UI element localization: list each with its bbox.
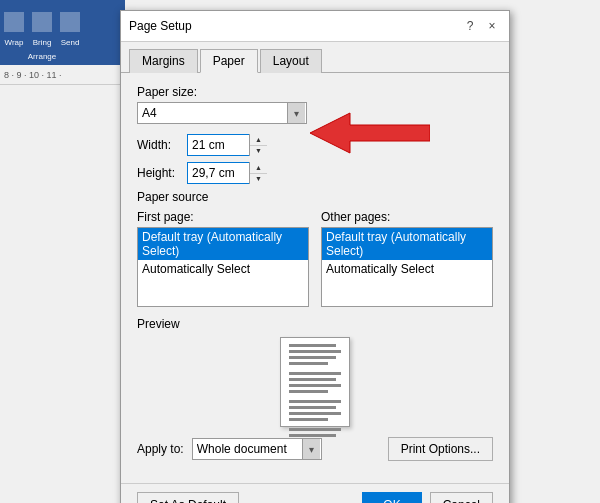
paper-size-group: Paper size: A4 Letter A3 ▾ (137, 85, 493, 124)
other-pages-listbox[interactable]: Default tray (Automatically Select) Auto… (321, 227, 493, 307)
cancel-button[interactable]: Cancel (430, 492, 493, 503)
first-page-label: First page: (137, 210, 309, 224)
bring-label: Bring (33, 38, 52, 47)
preview-line (289, 412, 341, 415)
paper-source-group: Paper source First page: Default tray (A… (137, 190, 493, 307)
apply-to-select[interactable]: Whole document This point forward (192, 438, 322, 460)
preview-line (289, 350, 341, 353)
preview-line (289, 400, 341, 403)
preview-line (289, 356, 336, 359)
footer-right: OK Cancel (362, 492, 493, 503)
ruler: 8 · 9 · 10 · 11 · (0, 65, 125, 85)
dialog-footer: Set As Default OK Cancel (121, 483, 509, 503)
height-decrement-button[interactable]: ▼ (250, 174, 267, 185)
print-options-button[interactable]: Print Options... (388, 437, 493, 461)
preview-line (289, 406, 336, 409)
preview-page (280, 337, 350, 427)
apply-to-label: Apply to: (137, 442, 184, 456)
apply-to-select-wrapper: Whole document This point forward ▾ (192, 438, 322, 460)
wrap-label: Wrap (5, 38, 24, 47)
apply-row: Apply to: Whole document This point forw… (137, 437, 493, 461)
height-increment-button[interactable]: ▲ (250, 162, 267, 174)
width-decrement-button[interactable]: ▼ (250, 146, 267, 157)
close-button[interactable]: × (483, 17, 501, 35)
width-spinner-buttons: ▲ ▼ (249, 134, 267, 156)
other-pages-group: Other pages: Default tray (Automatically… (321, 210, 493, 307)
width-label: Width: (137, 138, 187, 152)
dialog-titlebar: Page Setup ? × (121, 11, 509, 42)
dialog-title: Page Setup (129, 19, 192, 33)
preview-line (289, 344, 336, 347)
preview-line (289, 362, 328, 365)
ok-button[interactable]: OK (362, 492, 421, 503)
preview-line (289, 384, 341, 387)
width-row: Width: ▲ ▼ (137, 134, 493, 156)
tab-margins[interactable]: Margins (129, 49, 198, 73)
preview-line (289, 390, 328, 393)
tab-layout[interactable]: Layout (260, 49, 322, 73)
set-as-default-button[interactable]: Set As Default (137, 492, 239, 503)
height-row: Height: ▲ ▼ (137, 162, 493, 184)
preview-line (289, 418, 328, 421)
word-ribbon: Wrap Bring Send Arrange (0, 0, 125, 65)
first-page-group: First page: Default tray (Automatically … (137, 210, 309, 307)
paper-size-select[interactable]: A4 Letter A3 (137, 102, 307, 124)
list-item[interactable]: Automatically Select (138, 260, 308, 278)
source-row: First page: Default tray (Automatically … (137, 210, 493, 307)
list-item[interactable]: Automatically Select (322, 260, 492, 278)
height-spinner: ▲ ▼ (187, 162, 267, 184)
arrange-label: Arrange (28, 52, 56, 61)
preview-line (289, 378, 336, 381)
other-pages-label: Other pages: (321, 210, 493, 224)
preview-line (289, 372, 341, 375)
width-increment-button[interactable]: ▲ (250, 134, 267, 146)
titlebar-controls: ? × (461, 17, 501, 35)
source-section-label: Paper source (137, 190, 493, 204)
width-spinner: ▲ ▼ (187, 134, 267, 156)
height-label: Height: (137, 166, 187, 180)
preview-container (137, 337, 493, 427)
tab-paper[interactable]: Paper (200, 49, 258, 73)
preview-line (289, 434, 336, 437)
help-button[interactable]: ? (461, 17, 479, 35)
paper-size-label: Paper size: (137, 85, 493, 99)
paper-size-select-wrapper: A4 Letter A3 ▾ (137, 102, 307, 124)
page-setup-dialog: Page Setup ? × Margins Paper Layout Pape… (120, 10, 510, 503)
tabs-container: Margins Paper Layout (121, 42, 509, 73)
height-spinner-buttons: ▲ ▼ (249, 162, 267, 184)
preview-section: Preview (137, 317, 493, 427)
list-item[interactable]: Default tray (Automatically Select) (322, 228, 492, 260)
list-item[interactable]: Default tray (Automatically Select) (138, 228, 308, 260)
first-page-listbox[interactable]: Default tray (Automatically Select) Auto… (137, 227, 309, 307)
dialog-body: Paper size: A4 Letter A3 ▾ Width: ▲ ▼ (121, 73, 509, 483)
send-label: Send (61, 38, 80, 47)
preview-line (289, 428, 341, 431)
preview-label: Preview (137, 317, 493, 331)
